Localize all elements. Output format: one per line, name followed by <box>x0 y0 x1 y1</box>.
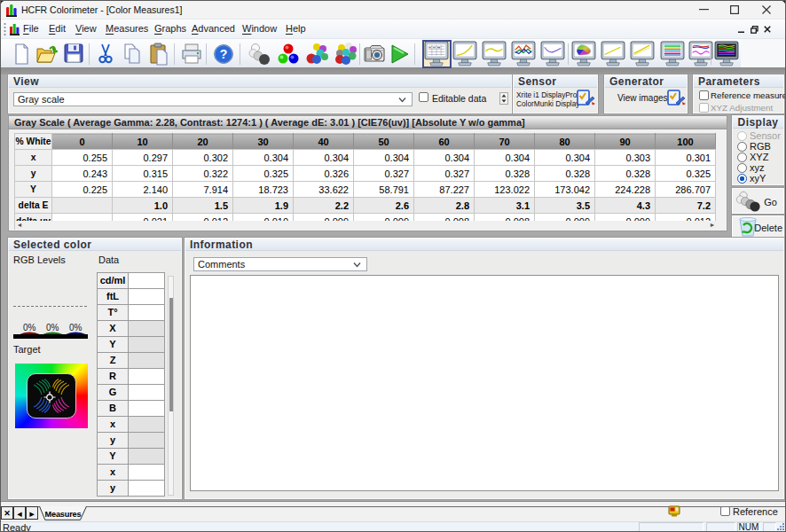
svg-text:Measures: Measures <box>45 510 82 519</box>
svg-text:?: ? <box>220 47 228 61</box>
